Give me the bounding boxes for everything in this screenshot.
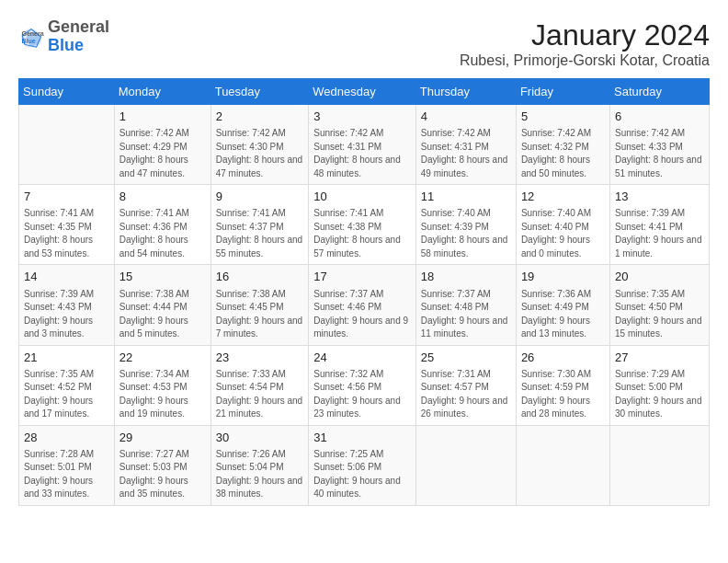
col-saturday: Saturday (609, 79, 709, 105)
calendar-cell: 19Sunrise: 7:36 AMSunset: 4:49 PMDayligh… (516, 265, 609, 345)
calendar-week-row: 28Sunrise: 7:28 AMSunset: 5:01 PMDayligh… (19, 425, 710, 505)
day-number: 25 (421, 350, 511, 366)
day-number: 23 (216, 350, 304, 366)
day-info: Sunrise: 7:40 AMSunset: 4:39 PMDaylight:… (421, 207, 511, 260)
day-number: 16 (216, 269, 304, 285)
day-info: Sunrise: 7:37 AMSunset: 4:48 PMDaylight:… (421, 288, 511, 341)
day-info: Sunrise: 7:29 AMSunset: 5:00 PMDaylight:… (615, 368, 704, 421)
calendar-cell: 13Sunrise: 7:39 AMSunset: 4:41 PMDayligh… (609, 185, 709, 265)
day-number: 1 (119, 109, 206, 125)
day-info: Sunrise: 7:38 AMSunset: 4:44 PMDaylight:… (119, 288, 206, 341)
calendar-week-row: 21Sunrise: 7:35 AMSunset: 4:52 PMDayligh… (19, 345, 710, 425)
col-thursday: Thursday (415, 79, 516, 105)
day-number: 10 (313, 189, 411, 205)
day-number: 29 (119, 430, 206, 446)
calendar-cell: 29Sunrise: 7:27 AMSunset: 5:03 PMDayligh… (114, 425, 210, 505)
day-number: 2 (216, 109, 304, 125)
col-friday: Friday (516, 79, 609, 105)
day-info: Sunrise: 7:39 AMSunset: 4:41 PMDaylight:… (615, 207, 704, 260)
day-number: 26 (521, 350, 605, 366)
calendar-cell: 9Sunrise: 7:41 AMSunset: 4:37 PMDaylight… (210, 185, 309, 265)
calendar-week-row: 14Sunrise: 7:39 AMSunset: 4:43 PMDayligh… (19, 265, 710, 345)
calendar-cell: 22Sunrise: 7:34 AMSunset: 4:53 PMDayligh… (114, 345, 210, 425)
logo-icon: General Blue (18, 24, 44, 50)
day-info: Sunrise: 7:41 AMSunset: 4:37 PMDaylight:… (216, 207, 304, 260)
calendar-cell: 27Sunrise: 7:29 AMSunset: 5:00 PMDayligh… (609, 345, 709, 425)
title-block: January 2024 Rubesi, Primorje-Gorski Kot… (460, 18, 710, 69)
day-info: Sunrise: 7:26 AMSunset: 5:04 PMDaylight:… (216, 448, 304, 501)
calendar-cell: 25Sunrise: 7:31 AMSunset: 4:57 PMDayligh… (415, 345, 516, 425)
day-info: Sunrise: 7:33 AMSunset: 4:54 PMDaylight:… (216, 368, 304, 421)
day-number: 13 (615, 189, 704, 205)
calendar-cell: 16Sunrise: 7:38 AMSunset: 4:45 PMDayligh… (210, 265, 309, 345)
svg-text:General: General (22, 29, 45, 36)
weekday-row: Sunday Monday Tuesday Wednesday Thursday… (19, 79, 710, 105)
day-number: 7 (24, 189, 109, 205)
calendar-cell: 2Sunrise: 7:42 AMSunset: 4:30 PMDaylight… (210, 105, 309, 185)
calendar-cell: 18Sunrise: 7:37 AMSunset: 4:48 PMDayligh… (415, 265, 516, 345)
day-number: 14 (24, 269, 109, 285)
calendar-cell: 10Sunrise: 7:41 AMSunset: 4:38 PMDayligh… (309, 185, 416, 265)
col-wednesday: Wednesday (309, 79, 416, 105)
day-number: 17 (313, 269, 411, 285)
day-info: Sunrise: 7:41 AMSunset: 4:36 PMDaylight:… (119, 207, 206, 260)
day-number: 11 (421, 189, 511, 205)
day-info: Sunrise: 7:42 AMSunset: 4:32 PMDaylight:… (521, 127, 605, 180)
calendar-cell (415, 425, 516, 505)
calendar-cell: 26Sunrise: 7:30 AMSunset: 4:59 PMDayligh… (516, 345, 609, 425)
day-info: Sunrise: 7:37 AMSunset: 4:46 PMDaylight:… (313, 288, 411, 341)
day-number: 5 (521, 109, 605, 125)
day-info: Sunrise: 7:25 AMSunset: 5:06 PMDaylight:… (313, 448, 411, 501)
day-number: 12 (521, 189, 605, 205)
calendar-body: 1Sunrise: 7:42 AMSunset: 4:29 PMDaylight… (19, 105, 710, 506)
logo-text: General Blue (48, 18, 109, 55)
page-header: General Blue General Blue January 2024 R… (18, 18, 710, 69)
day-number: 6 (615, 109, 704, 125)
day-info: Sunrise: 7:41 AMSunset: 4:35 PMDaylight:… (24, 207, 109, 260)
col-monday: Monday (114, 79, 210, 105)
day-number: 20 (615, 269, 704, 285)
logo-line2: Blue (48, 37, 109, 55)
day-number: 24 (313, 350, 411, 366)
day-info: Sunrise: 7:42 AMSunset: 4:31 PMDaylight:… (421, 127, 511, 180)
calendar-cell: 11Sunrise: 7:40 AMSunset: 4:39 PMDayligh… (415, 185, 516, 265)
day-number: 19 (521, 269, 605, 285)
calendar-cell: 15Sunrise: 7:38 AMSunset: 4:44 PMDayligh… (114, 265, 210, 345)
day-info: Sunrise: 7:28 AMSunset: 5:01 PMDaylight:… (24, 448, 109, 501)
day-info: Sunrise: 7:32 AMSunset: 4:56 PMDaylight:… (313, 368, 411, 421)
day-info: Sunrise: 7:42 AMSunset: 4:33 PMDaylight:… (615, 127, 704, 180)
day-number: 22 (119, 350, 206, 366)
day-info: Sunrise: 7:42 AMSunset: 4:31 PMDaylight:… (313, 127, 411, 180)
day-info: Sunrise: 7:36 AMSunset: 4:49 PMDaylight:… (521, 288, 605, 341)
day-info: Sunrise: 7:42 AMSunset: 4:29 PMDaylight:… (119, 127, 206, 180)
day-number: 3 (313, 109, 411, 125)
day-number: 28 (24, 430, 109, 446)
calendar-cell: 1Sunrise: 7:42 AMSunset: 4:29 PMDaylight… (114, 105, 210, 185)
day-info: Sunrise: 7:38 AMSunset: 4:45 PMDaylight:… (216, 288, 304, 341)
day-number: 27 (615, 350, 704, 366)
calendar-cell (19, 105, 115, 185)
calendar-cell: 21Sunrise: 7:35 AMSunset: 4:52 PMDayligh… (19, 345, 115, 425)
calendar-cell: 30Sunrise: 7:26 AMSunset: 5:04 PMDayligh… (210, 425, 309, 505)
day-number: 30 (216, 430, 304, 446)
calendar-week-row: 1Sunrise: 7:42 AMSunset: 4:29 PMDaylight… (19, 105, 710, 185)
day-number: 18 (421, 269, 511, 285)
calendar-cell: 31Sunrise: 7:25 AMSunset: 5:06 PMDayligh… (309, 425, 416, 505)
day-number: 4 (421, 109, 511, 125)
calendar-cell: 5Sunrise: 7:42 AMSunset: 4:32 PMDaylight… (516, 105, 609, 185)
day-info: Sunrise: 7:35 AMSunset: 4:50 PMDaylight:… (615, 288, 704, 341)
calendar-week-row: 7Sunrise: 7:41 AMSunset: 4:35 PMDaylight… (19, 185, 710, 265)
day-info: Sunrise: 7:40 AMSunset: 4:40 PMDaylight:… (521, 207, 605, 260)
calendar-cell: 12Sunrise: 7:40 AMSunset: 4:40 PMDayligh… (516, 185, 609, 265)
calendar-cell: 20Sunrise: 7:35 AMSunset: 4:50 PMDayligh… (609, 265, 709, 345)
svg-text:Blue: Blue (22, 38, 36, 44)
calendar-cell (516, 425, 609, 505)
day-number: 21 (24, 350, 109, 366)
calendar-cell: 23Sunrise: 7:33 AMSunset: 4:54 PMDayligh… (210, 345, 309, 425)
calendar-header: Sunday Monday Tuesday Wednesday Thursday… (19, 79, 710, 105)
calendar-cell: 28Sunrise: 7:28 AMSunset: 5:01 PMDayligh… (19, 425, 115, 505)
page-subtitle: Rubesi, Primorje-Gorski Kotar, Croatia (460, 52, 710, 69)
calendar-table: Sunday Monday Tuesday Wednesday Thursday… (18, 78, 710, 506)
calendar-cell: 4Sunrise: 7:42 AMSunset: 4:31 PMDaylight… (415, 105, 516, 185)
logo: General Blue General Blue (18, 18, 109, 55)
